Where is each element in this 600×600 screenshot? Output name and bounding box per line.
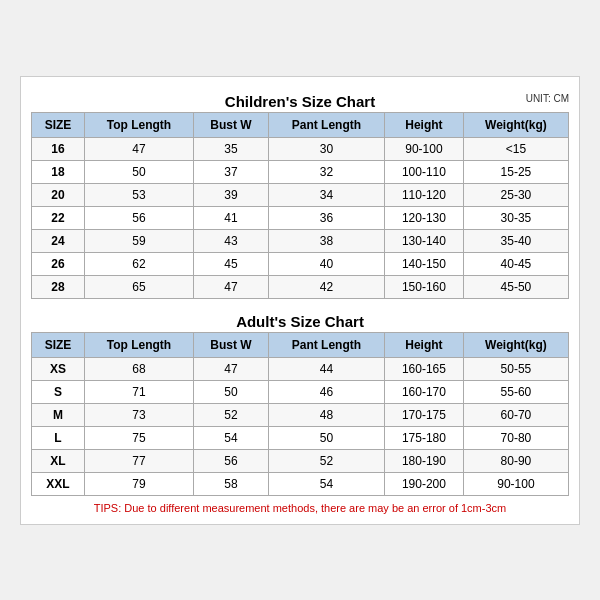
col-top-length-a: Top Length [84,332,193,357]
table-cell: 180-190 [385,449,464,472]
table-cell: 41 [194,206,269,229]
table-cell: 22 [32,206,85,229]
table-row: 28654742150-16045-50 [32,275,569,298]
col-height-a: Height [385,332,464,357]
table-cell: 40-45 [463,252,568,275]
table-cell: 70-80 [463,426,568,449]
table-cell: 130-140 [385,229,464,252]
table-cell: L [32,426,85,449]
table-cell: XL [32,449,85,472]
table-cell: 56 [84,206,193,229]
table-cell: 15-25 [463,160,568,183]
table-cell: 47 [194,357,269,380]
table-row: XXL795854190-20090-100 [32,472,569,495]
adult-header-row: SIZE Top Length Bust W Pant Length Heigh… [32,332,569,357]
table-cell: 26 [32,252,85,275]
table-cell: 44 [268,357,384,380]
unit-label: UNIT: CM [526,93,569,104]
table-cell: 54 [194,426,269,449]
table-cell: 52 [194,403,269,426]
table-cell: 47 [194,275,269,298]
table-cell: 35 [194,137,269,160]
table-cell: 35-40 [463,229,568,252]
table-cell: 160-165 [385,357,464,380]
col-bust-w-a: Bust W [194,332,269,357]
col-top-length: Top Length [84,112,193,137]
table-cell: 80-90 [463,449,568,472]
table-cell: <15 [463,137,568,160]
table-cell: 59 [84,229,193,252]
table-cell: 25-30 [463,183,568,206]
table-cell: 45-50 [463,275,568,298]
table-cell: 150-160 [385,275,464,298]
table-cell: 140-150 [385,252,464,275]
col-pant-length: Pant Length [268,112,384,137]
table-cell: 24 [32,229,85,252]
table-cell: 58 [194,472,269,495]
col-weight-a: Weight(kg) [463,332,568,357]
table-cell: 28 [32,275,85,298]
table-cell: 73 [84,403,193,426]
table-cell: 53 [84,183,193,206]
table-cell: 36 [268,206,384,229]
table-cell: 71 [84,380,193,403]
table-cell: 32 [268,160,384,183]
table-row: 26624540140-15040-45 [32,252,569,275]
table-cell: 100-110 [385,160,464,183]
children-title-text: Children's Size Chart [225,93,375,110]
table-row: XL775652180-19080-90 [32,449,569,472]
table-cell: 56 [194,449,269,472]
table-cell: 46 [268,380,384,403]
table-cell: XS [32,357,85,380]
table-cell: 90-100 [463,472,568,495]
table-cell: 43 [194,229,269,252]
table-cell: 65 [84,275,193,298]
table-row: 24594338130-14035-40 [32,229,569,252]
table-cell: 30 [268,137,384,160]
table-row: 18503732100-11015-25 [32,160,569,183]
col-height: Height [385,112,464,137]
table-cell: 55-60 [463,380,568,403]
table-cell: 160-170 [385,380,464,403]
table-row: S715046160-17055-60 [32,380,569,403]
col-size-a: SIZE [32,332,85,357]
table-cell: 48 [268,403,384,426]
table-cell: 190-200 [385,472,464,495]
table-cell: 77 [84,449,193,472]
table-cell: 37 [194,160,269,183]
children-header-row: SIZE Top Length Bust W Pant Length Heigh… [32,112,569,137]
table-row: 20533934110-12025-30 [32,183,569,206]
table-cell: 47 [84,137,193,160]
table-cell: 110-120 [385,183,464,206]
table-cell: 50 [268,426,384,449]
table-cell: 50 [84,160,193,183]
table-cell: 42 [268,275,384,298]
table-cell: 38 [268,229,384,252]
table-cell: 18 [32,160,85,183]
col-weight: Weight(kg) [463,112,568,137]
table-cell: 54 [268,472,384,495]
table-cell: 39 [194,183,269,206]
chart-container: Children's Size Chart UNIT: CM SIZE Top … [20,76,580,525]
table-cell: 40 [268,252,384,275]
table-row: L755450175-18070-80 [32,426,569,449]
table-cell: 45 [194,252,269,275]
col-bust-w: Bust W [194,112,269,137]
table-cell: S [32,380,85,403]
adult-title: Adult's Size Chart [31,307,569,332]
table-cell: 90-100 [385,137,464,160]
tips-text: TIPS: Due to different measurement metho… [31,502,569,514]
col-pant-length-a: Pant Length [268,332,384,357]
table-row: 22564136120-13030-35 [32,206,569,229]
children-table: SIZE Top Length Bust W Pant Length Heigh… [31,112,569,299]
table-cell: 170-175 [385,403,464,426]
table-row: 1647353090-100<15 [32,137,569,160]
table-cell: 175-180 [385,426,464,449]
table-cell: 34 [268,183,384,206]
table-cell: M [32,403,85,426]
table-cell: 120-130 [385,206,464,229]
table-cell: 68 [84,357,193,380]
table-cell: 60-70 [463,403,568,426]
adult-title-text: Adult's Size Chart [236,313,364,330]
table-cell: 62 [84,252,193,275]
